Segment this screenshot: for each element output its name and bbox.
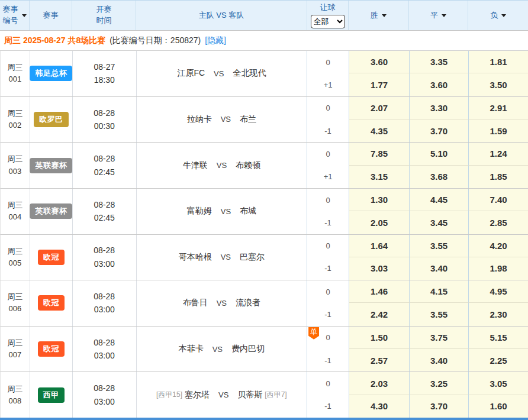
- odds-lose-cell[interactable]: 2.91: [468, 97, 528, 119]
- odds-lose-cell[interactable]: 5.15: [468, 327, 528, 349]
- handicap-value-bottom: -1: [324, 119, 331, 142]
- odds-win-cell[interactable]: 3.60: [349, 51, 409, 73]
- sort-triangle-icon[interactable]: [382, 14, 387, 17]
- odds-lose-cell[interactable]: 1.60: [468, 395, 528, 418]
- match-no: 002: [9, 119, 22, 131]
- odds-draw-cell[interactable]: 3.45: [409, 211, 468, 234]
- odds-lose-cell[interactable]: 4.95: [468, 280, 528, 303]
- match-day: 周三: [7, 199, 22, 211]
- odds-draw-cell[interactable]: 5.10: [409, 143, 468, 165]
- away-team: 布城: [240, 206, 256, 217]
- bottom-scroll-bar[interactable]: [0, 418, 528, 420]
- odds-block: 7.85 5.10 1.24 3.15 3.68 1.85: [349, 143, 528, 188]
- away-team: 费内巴切: [231, 344, 265, 354]
- odds-block: 2.07 3.30 2.91 4.35 3.70 1.59: [349, 97, 528, 143]
- odds-draw-cell[interactable]: 4.15: [409, 280, 468, 303]
- odds-lose-cell[interactable]: 2.25: [468, 349, 528, 371]
- odds-win-cell[interactable]: 1.30: [349, 189, 409, 211]
- odds-lose-cell[interactable]: 1.59: [468, 119, 528, 142]
- handicap-value-top: 0: [326, 280, 330, 303]
- handicap-cell: 单 0 -1: [307, 97, 349, 143]
- odds-win-cell[interactable]: 4.35: [349, 119, 409, 142]
- odds-win-cell[interactable]: 3.03: [349, 257, 409, 280]
- vs-label: VS: [214, 69, 224, 78]
- odds-win-cell[interactable]: 2.05: [349, 211, 409, 234]
- odds-line-bottom: 3.15 3.68 1.85: [349, 166, 528, 188]
- odds-draw-cell[interactable]: 3.55: [409, 235, 468, 257]
- odds-win-cell[interactable]: 2.42: [349, 303, 409, 325]
- odds-draw-cell[interactable]: 3.55: [409, 303, 468, 325]
- odds-lose-cell[interactable]: 2.30: [468, 303, 528, 325]
- odds-lose-cell[interactable]: 4.20: [468, 235, 528, 257]
- odds-block: 3.60 3.35 1.81 1.77 3.60 3.50: [349, 51, 528, 96]
- match-day: 周三: [7, 337, 22, 349]
- odds-draw-cell[interactable]: 3.40: [409, 349, 468, 371]
- odds-win-cell[interactable]: 1.46: [349, 280, 409, 303]
- odds-win-cell[interactable]: 7.85: [349, 143, 409, 165]
- odds-draw-cell[interactable]: 3.40: [409, 257, 468, 280]
- league-cell: 欧冠: [30, 235, 73, 280]
- column-header-win[interactable]: 胜: [349, 1, 409, 30]
- odds-win-cell[interactable]: 2.07: [349, 97, 409, 119]
- odds-lose-cell[interactable]: 3.05: [468, 372, 528, 395]
- odds-win-cell[interactable]: 2.57: [349, 349, 409, 371]
- day-summary: 周三 2025-08-27 共8场比赛: [4, 35, 105, 46]
- odds-draw-cell[interactable]: 3.70: [409, 119, 468, 142]
- column-header-event: 赛事: [30, 1, 72, 30]
- teams-cell: 富勒姆 VS 布城: [137, 189, 307, 234]
- odds-win-cell[interactable]: 2.03: [349, 372, 409, 395]
- odds-lose-cell[interactable]: 7.40: [468, 189, 528, 211]
- handicap-filter-select[interactable]: 全部: [311, 15, 345, 28]
- odds-line-bottom: 2.57 3.40 2.25: [349, 349, 528, 371]
- odds-lose-cell[interactable]: 1.81: [468, 51, 528, 73]
- odds-draw-cell[interactable]: 4.45: [409, 189, 468, 211]
- odds-draw-cell[interactable]: 3.68: [409, 166, 468, 188]
- odds-win-cell[interactable]: 4.30: [349, 395, 409, 418]
- odds-lose-cell[interactable]: 1.98: [468, 257, 528, 280]
- odds-draw-cell[interactable]: 3.60: [409, 73, 468, 96]
- match-number-cell: 周三 008: [1, 372, 30, 418]
- handicap-value-top: 0: [326, 327, 330, 349]
- column-header-match-no[interactable]: 赛事 编号: [0, 1, 30, 30]
- odds-lose-cell[interactable]: 3.50: [468, 73, 528, 96]
- handicap-value-top: 0: [326, 97, 330, 119]
- odds-block: 1.30 4.45 7.40 2.05 3.45 2.85: [349, 189, 528, 234]
- column-header-draw[interactable]: 平: [409, 1, 468, 30]
- odds-draw-cell[interactable]: 3.70: [409, 395, 468, 418]
- odds-win-cell[interactable]: 3.15: [349, 166, 409, 188]
- handicap-label: 让球: [320, 2, 336, 14]
- match-date: 08-28: [94, 106, 115, 119]
- odds-draw-cell[interactable]: 3.75: [409, 327, 468, 349]
- odds-win-cell[interactable]: 1.64: [349, 235, 409, 257]
- odds-lose-cell[interactable]: 1.24: [468, 143, 528, 165]
- match-time: 03:00: [94, 395, 115, 408]
- column-header-lose[interactable]: 负: [468, 1, 528, 30]
- handicap-cell: 单 0 +1: [307, 143, 349, 188]
- sort-triangle-icon[interactable]: [501, 14, 506, 17]
- odds-line-bottom: 2.42 3.55 2.30: [349, 303, 528, 325]
- odds-win-cell[interactable]: 1.77: [349, 73, 409, 96]
- odds-draw-cell[interactable]: 3.30: [409, 97, 468, 119]
- sort-triangle-icon[interactable]: [442, 14, 446, 17]
- league-cell: 欧冠: [30, 327, 73, 372]
- home-team: 富勒姆: [187, 206, 212, 217]
- handicap-value-top: 0: [326, 51, 330, 73]
- sort-triangle-icon[interactable]: [22, 14, 27, 17]
- odds-lose-cell[interactable]: 1.85: [468, 166, 528, 188]
- odds-line-top: 3.60 3.35 1.81: [349, 51, 528, 73]
- match-number-cell: 周三 007: [1, 327, 30, 372]
- day-subheader: 周三 2025-08-27 共8场比赛 (比赛编号日期：250827) [隐藏]: [0, 31, 528, 51]
- away-team: 贝蒂斯: [237, 390, 262, 400]
- teams-cell: 哥本哈根 VS 巴塞尔: [137, 235, 308, 280]
- odds-win-cell[interactable]: 1.50: [349, 327, 409, 349]
- odds-lose-cell[interactable]: 2.85: [468, 211, 528, 234]
- vs-label: VS: [221, 253, 231, 261]
- match-date: 08-28: [94, 290, 115, 303]
- handicap-cell: 单 0 -1: [307, 327, 349, 372]
- match-number-cell: 周三 006: [1, 280, 30, 326]
- odds-line-top: 2.07 3.30 2.91: [349, 97, 528, 119]
- odds-draw-cell[interactable]: 3.25: [409, 372, 468, 395]
- hide-link[interactable]: [隐藏]: [205, 35, 226, 46]
- handicap-value-bottom: -1: [324, 303, 331, 325]
- odds-draw-cell[interactable]: 3.35: [409, 51, 468, 73]
